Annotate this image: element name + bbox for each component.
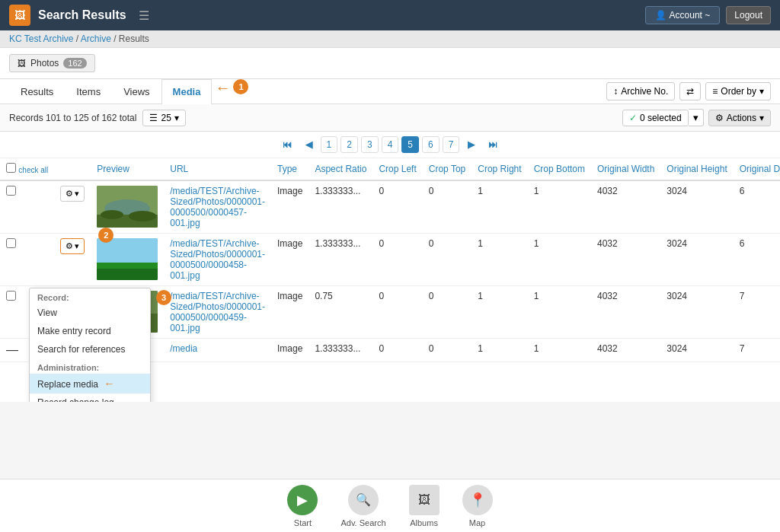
start-toolbar-button[interactable]: ▶ Start [287,485,318,527]
photos-bar: 🖼 Photos 162 [0,48,780,79]
row4-crop-right: 1 [472,339,527,362]
breadcrumb-archive[interactable]: Archive [81,33,111,44]
row-dropdown-menu: Record: View Make entry record Search fo… [29,288,151,402]
logout-button[interactable]: Logout [726,6,771,24]
nav-tabs-row: Results Items Views Media ← 1 ↕ Archive … [0,79,780,104]
tab-results[interactable]: Results [9,79,65,104]
row4-crop-top: 0 [423,339,472,362]
prev-page-button[interactable]: ◀ [300,137,318,152]
page-1-button[interactable]: 1 [321,136,338,153]
albums-toolbar-button[interactable]: 🖼 Albums [409,485,440,527]
order-icon: ≡ [712,86,718,97]
page-2-button[interactable]: 2 [340,136,358,153]
map-toolbar-button[interactable]: 📍 Map [462,485,493,527]
records-bar: Records 101 to 125 of 162 total ☰ 25 ▾ ✓… [0,104,780,132]
chevron-down-icon: ▾ [759,86,764,97]
row1-gear-button[interactable]: ⚙ ▾ [60,186,85,202]
list-icon: ☰ [149,113,158,123]
row3-orig-width: 4032 [591,286,660,339]
tab-media[interactable]: Media [161,79,213,104]
row4-orig-duration: 7 [734,339,780,362]
row3-orig-height: 3024 [660,286,733,339]
last-page-button[interactable]: ⏭ [483,137,503,152]
bottom-toolbar: ▶ Start 🔍 Adv. Search 🖼 Albums 📍 Map [0,479,780,532]
page-4-button[interactable]: 4 [382,136,399,153]
row2-aspect: 1.333333... [308,234,372,286]
selected-group: ✓ 0 selected ▾ [622,109,704,126]
page-5-button[interactable]: 5 [401,136,419,153]
sort-icon: ↕ [613,86,618,97]
dropdown-record-change-log[interactable]: Record change log [30,393,150,402]
dropdown-replace-media[interactable]: Replace media ← 3 [30,374,150,393]
per-page-button[interactable]: ☰ 25 ▾ [142,110,185,126]
gear-icon: ⚙ [715,113,724,123]
start-icon: ▶ [287,485,318,515]
row2-crop-bottom: 1 [528,234,591,286]
annotation-3: 3 [156,290,171,305]
sort-button[interactable]: ↕ Archive No. [606,82,675,100]
url-col-header: URL [164,158,271,180]
check-all-checkbox[interactable] [6,163,16,173]
share-icon: ⇄ [686,86,694,97]
crop-left-col-header: Crop Left [372,158,422,180]
dropdown-make-entry[interactable]: Make entry record [30,322,150,340]
chevron-down-icon: ▾ [759,113,764,123]
adv-search-icon: 🔍 [348,485,379,515]
svg-rect-7 [97,269,158,280]
row1-url[interactable]: /media/TEST/Archive-Sized/Photos/0000001… [164,180,271,234]
row2-orig-width: 4032 [591,234,660,286]
photos-count: 162 [63,58,86,68]
row4-url[interactable]: /media [164,339,271,362]
dropdown-search-refs[interactable]: Search for references [30,340,150,358]
map-label: Map [469,518,485,527]
dropdown-view[interactable]: View [30,304,150,322]
page-6-button[interactable]: 6 [422,136,440,153]
row4-orig-width: 4032 [591,339,660,362]
dropdown-arrow-icon: ▾ [75,189,79,199]
row2-image [97,238,158,280]
svg-point-4 [129,211,156,221]
row4-type: Image [271,339,308,362]
annotation-1: 1 [233,79,248,94]
order-button[interactable]: ≡ Order by ▾ [705,82,771,100]
actions-button[interactable]: ⚙ Actions ▾ [708,110,771,126]
share-button[interactable]: ⇄ [679,82,701,100]
row4-crop-left: 0 [372,339,422,362]
app-header: 🖼 Search Results ☰ 👤 Account ~ Logout [0,0,780,30]
row4-orig-height: 3024 [660,339,733,362]
row2-crop-right: 1 [472,234,527,286]
orig-height-col-header: Original Height [660,158,733,180]
row1-crop-bottom: 1 [528,180,591,234]
per-page-value: 25 [161,113,171,123]
page-3-button[interactable]: 3 [361,136,379,153]
next-page-button[interactable]: ▶ [462,137,480,152]
row2-gear-button[interactable]: ⚙ ▾ [60,238,85,254]
selected-button[interactable]: ✓ 0 selected [622,110,689,126]
tab-views[interactable]: Views [112,79,161,104]
row4-crop-bottom: 1 [528,339,591,362]
row2-checkbox[interactable] [6,238,16,248]
adv-search-toolbar-button[interactable]: 🔍 Adv. Search [340,485,385,527]
start-label: Start [294,518,312,527]
breadcrumb-kc[interactable]: KC Test Archive [9,33,73,44]
row3-checkbox[interactable] [6,291,16,301]
dropdown-arrow-icon: ▾ [75,241,79,251]
row1-checkbox[interactable] [6,186,16,196]
orig-duration-col-header: Original Duration [734,158,780,180]
row1-orig-height: 3024 [660,180,733,234]
row2-preview [97,238,158,280]
row2-crop-left: 0 [372,234,422,286]
row3-url[interactable]: /media/TEST/Archive-Sized/Photos/0000001… [164,286,271,339]
row3-crop-left: 0 [372,286,422,339]
first-page-button[interactable]: ⏮ [277,137,297,152]
table-row: ⚙ ▾ [0,180,780,234]
photos-tab[interactable]: 🖼 Photos 162 [9,54,95,72]
account-button[interactable]: 👤 Account ~ [645,6,721,24]
row2-url[interactable]: /media/TEST/Archive-Sized/Photos/0000001… [164,234,271,286]
orig-width-col-header: Original Width [591,158,660,180]
page-7-button[interactable]: 7 [443,136,460,153]
menu-icon[interactable]: ☰ [139,8,149,23]
selected-dropdown-button[interactable]: ▾ [689,109,704,126]
tab-items[interactable]: Items [65,79,112,104]
record-section-label: Record: [30,288,150,304]
